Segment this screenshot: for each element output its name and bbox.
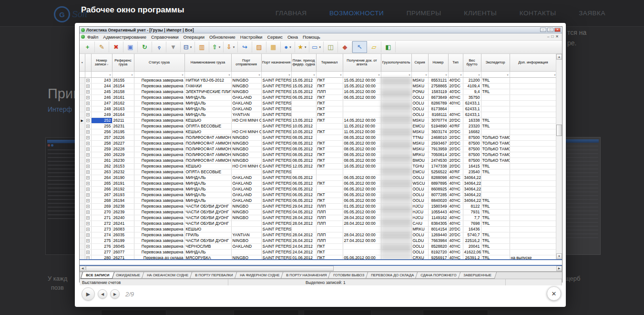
dropdown-arrow-icon[interactable]: ▾: [445, 74, 447, 76]
expand-plus-icon[interactable]: +: [86, 193, 90, 197]
dropdown-arrow-icon[interactable]: ▾: [409, 74, 410, 76]
menu-item-windows[interactable]: Окна: [285, 34, 300, 40]
filter-cell[interactable]: ▾: [411, 71, 428, 77]
toolbar-button-columns[interactable]: ▦: [266, 42, 281, 52]
dropdown-arrow-icon[interactable]: ▾: [340, 74, 341, 76]
table-row[interactable]: +24426154Перевозка завершенаГАМАКИNINGBO…: [80, 83, 557, 89]
table-row[interactable]: +26526191Перевозка завершенаМИНДАЛЬOAKLA…: [80, 180, 557, 186]
menu-item-file[interactable]: Файл: [85, 34, 101, 40]
column-header[interactable]: План. приход фидер. судна: [291, 54, 316, 71]
row-expand-toggle[interactable]: +: [85, 255, 91, 259]
row-expand-toggle[interactable]: +: [85, 77, 91, 83]
dropdown-arrow-icon[interactable]: ▾: [305, 45, 307, 49]
row-expand-toggle[interactable]: +: [85, 123, 91, 129]
table-row[interactable]: ▶+25226211Перевозка завершенаКЕШЬЮHO CHI…: [80, 117, 557, 123]
toolbar-button-edit[interactable]: ✎: [95, 42, 109, 52]
toolbar-button-trash[interactable]: ◫: [324, 42, 338, 52]
dropdown-arrow-icon[interactable]: ▾: [219, 45, 221, 49]
filter-cell[interactable]: ▾: [184, 71, 231, 77]
dropdown-arrow-icon[interactable]: ▾: [313, 74, 315, 76]
dropdown-arrow-icon[interactable]: ▾: [131, 74, 133, 76]
row-expand-toggle[interactable]: +: [85, 198, 91, 203]
toolbar-button-send[interactable]: ↪: [238, 42, 252, 52]
filter-cell[interactable]: ▾: [291, 71, 316, 77]
table-row[interactable]: +27726077Перевозка завершенаМИНДАЛЬSAINT…: [80, 249, 557, 255]
row-expand-toggle[interactable]: +: [85, 163, 91, 169]
column-header[interactable]: Терминал: [316, 54, 343, 71]
toolbar-button-paste[interactable]: ▥: [195, 42, 209, 52]
nav-item-features[interactable]: ВОЗМОЖНОСТИ: [329, 10, 384, 17]
table-row[interactable]: +25626195Перевозка завершенаКЕШЬЮHO CHI …: [80, 129, 557, 135]
tab-empty-return[interactable]: СДАЧА ПОРОЖНЕГО: [415, 272, 462, 279]
expand-plus-icon[interactable]: +: [86, 188, 90, 191]
expand-plus-icon[interactable]: +: [86, 113, 90, 116]
column-header[interactable]: Статус груза: [134, 54, 184, 71]
row-expand-toggle[interactable]: +: [85, 112, 91, 117]
dropdown-arrow-icon[interactable]: ▾: [460, 74, 461, 76]
table-row[interactable]: +27526199Перевозка завершенаЧАСТИ ОБУВИ …: [80, 238, 557, 243]
filter-cell[interactable]: ▾: [134, 71, 184, 77]
expand-plus-icon[interactable]: +: [86, 130, 90, 134]
expand-plus-icon[interactable]: +: [86, 245, 90, 248]
toolbar-button-export[interactable]: ⇧▾: [209, 42, 224, 52]
prev-button[interactable]: ◀: [98, 289, 107, 299]
restore-icon[interactable]: □: [547, 28, 553, 32]
filter-cell[interactable]: ▾: [381, 71, 411, 77]
table-row[interactable]: +27126240Перевозка завершенаЧАСТИ ОБУВИ …: [80, 215, 557, 220]
table-row[interactable]: +26926238Перевозка завершенаЧАСТИ ОБУВИ …: [80, 203, 557, 209]
table-row[interactable]: +26026229Перевозка завершенаПОЛИФОСФАТ А…: [80, 152, 557, 158]
toolbar-button-refresh[interactable]: ↻: [138, 42, 152, 52]
column-header[interactable]: Экспедитор: [481, 54, 510, 71]
filter-cell[interactable]: ▾: [91, 71, 112, 77]
expand-plus-icon[interactable]: +: [86, 165, 90, 168]
dropdown-arrow-icon[interactable]: ▾: [182, 74, 183, 76]
mdi-minimize-icon[interactable]: –: [547, 34, 549, 39]
expand-plus-icon[interactable]: +: [86, 142, 90, 145]
table-row[interactable]: +25526231Перевозка завершенаОПЯТА ВЕСОВЫ…: [80, 123, 557, 129]
filter-cell[interactable]: ▾: [428, 71, 448, 77]
row-expand-toggle[interactable]: +: [85, 83, 91, 89]
dropdown-arrow-icon[interactable]: ▾: [258, 74, 260, 76]
expand-plus-icon[interactable]: +: [86, 125, 90, 128]
filter-cell[interactable]: ▾: [510, 71, 557, 77]
filter-cell[interactable]: ▾: [448, 71, 463, 77]
expand-plus-icon[interactable]: +: [86, 233, 90, 237]
toolbar-button-delete[interactable]: ✖: [109, 42, 123, 52]
expand-plus-icon[interactable]: +: [86, 136, 90, 139]
column-header[interactable]: Наименование груза: [184, 54, 231, 71]
table-row[interactable]: +27326083Перевозка завершенаКЕШЬЮSAINT P…: [80, 226, 557, 232]
row-expand-toggle[interactable]: +: [85, 158, 91, 163]
dropdown-arrow-icon[interactable]: ▾: [233, 45, 235, 49]
scroll-left-icon[interactable]: ◀: [80, 266, 85, 271]
expand-plus-icon[interactable]: +: [86, 216, 90, 220]
table-row[interactable]: +24626161Перевозка завершенаМИНДАЛЬOAKLA…: [80, 94, 557, 100]
toolbar-button-add[interactable]: +: [81, 42, 95, 52]
column-header[interactable]: Референс груза: [112, 54, 134, 71]
expand-plus-icon[interactable]: +: [86, 84, 90, 88]
mdi-close-icon[interactable]: ✕: [555, 34, 559, 39]
row-expand-toggle[interactable]: +: [85, 100, 91, 106]
table-row[interactable]: +24826163Перевозка завершенаМИНДАЛЬOAKLA…: [80, 106, 557, 112]
dropdown-arrow-icon[interactable]: ▾: [289, 45, 291, 49]
expand-plus-icon[interactable]: +: [86, 176, 90, 179]
toolbar-button-wizard[interactable]: ★▾: [295, 42, 309, 52]
expand-plus-icon[interactable]: +: [86, 147, 90, 151]
dropdown-arrow-icon[interactable]: ▾: [478, 74, 480, 76]
row-expand-toggle[interactable]: +: [85, 192, 91, 198]
table-row[interactable]: +27226241Перевозка завершенаЧАСТИ ОБУВИ …: [80, 220, 557, 226]
expand-plus-icon[interactable]: +: [86, 153, 90, 157]
nav-item-contacts[interactable]: КОНТАКТЫ: [520, 10, 556, 17]
menu-item-service[interactable]: Сервис: [265, 34, 285, 40]
filter-cell[interactable]: ▾: [231, 71, 261, 77]
nav-item-home[interactable]: ГЛАВНАЯ: [276, 10, 307, 17]
column-header[interactable]: Вес брутто: [463, 54, 481, 71]
mdi-restore-icon[interactable]: □: [551, 34, 553, 39]
dropdown-arrow-icon[interactable]: ▾: [425, 74, 427, 76]
table-row[interactable]: +26126230Перевозка завершенаПОЛИФОСФАТ А…: [80, 158, 557, 163]
row-expand-toggle[interactable]: +: [85, 203, 91, 209]
close-icon[interactable]: ✕: [554, 28, 561, 32]
menu-item-administration[interactable]: Администрирование: [101, 34, 149, 40]
dropdown-arrow-icon[interactable]: ▾: [228, 74, 230, 76]
expand-plus-icon[interactable]: +: [86, 107, 90, 111]
minimize-icon[interactable]: –: [540, 28, 546, 32]
